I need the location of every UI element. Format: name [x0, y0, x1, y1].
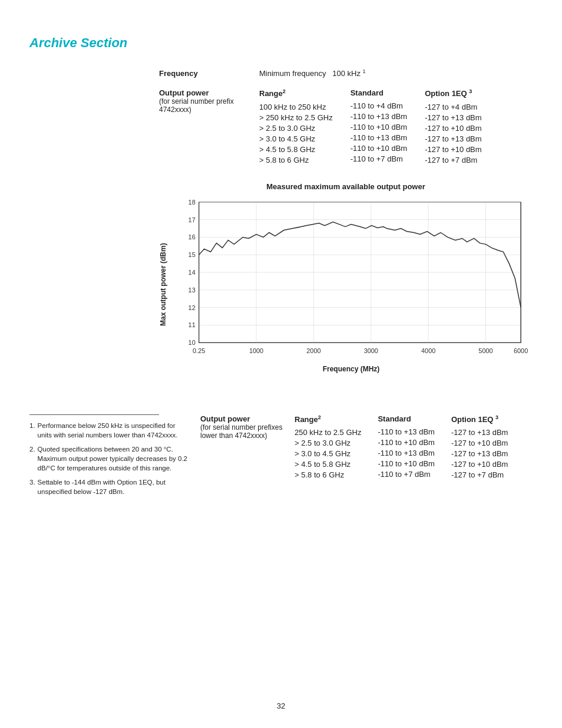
footnote-num-3: 3. [29, 477, 35, 496]
footnotes-area: 1. Performance below 250 kHz is unspecif… [29, 397, 533, 502]
list-item: -110 to +10 dBm [378, 438, 434, 447]
list-item: > 5.8 to 6 GHz [295, 470, 361, 479]
option-header2: Option 1EQ 3 [451, 414, 508, 424]
range-col2: Range2 250 kHz to 2.5 GHz > 2.5 to 3.0 G… [295, 414, 361, 502]
list-item: -110 to +4 dBm [351, 101, 407, 110]
footnote-text-1: Performance below 250 kHz is unspecified… [38, 421, 189, 440]
option-header: Option 1EQ 3 [425, 88, 481, 98]
output-power-label: Output power (for serial number prefix 4… [159, 88, 259, 164]
footnote-divider [29, 414, 159, 415]
list-item: > 4.5 to 5.8 GHz [295, 460, 361, 469]
list-item: 100 kHz to 250 kHz [259, 103, 333, 111]
list-item: -110 to +13 dBm [351, 133, 407, 142]
svg-text:6000: 6000 [514, 347, 528, 354]
range-header2: Range2 [295, 414, 361, 424]
svg-text:16: 16 [189, 233, 196, 241]
svg-text:4000: 4000 [421, 347, 435, 354]
chart-wrapper: Max output power (dBm) [159, 196, 533, 373]
list-item: > 3.0 to 4.5 GHz [295, 449, 361, 458]
list-item: -110 to +13 dBm [378, 427, 434, 436]
standard-col: Standard -110 to +4 dBm -110 to +13 dBm … [351, 88, 407, 164]
footnote-3: 3. Settable to -144 dBm with Option 1EQ,… [29, 477, 189, 496]
frequency-value: Minimum frequency 100 kHz 1 [259, 68, 366, 78]
list-item: -110 to +13 dBm [378, 449, 434, 457]
list-item: -110 to +13 dBm [351, 112, 407, 121]
chart-inner: 18 17 16 15 14 13 12 11 10 0.25 1000 200… [170, 196, 533, 373]
list-item: > 2.5 to 3.0 GHz [259, 124, 333, 133]
svg-text:15: 15 [189, 251, 196, 258]
bottom-table-section: Output power (for serial number prefixes… [200, 397, 533, 502]
page-title: Archive Section [29, 35, 533, 51]
svg-text:1000: 1000 [249, 347, 263, 354]
standard-header: Standard [351, 88, 407, 97]
list-item: 250 kHz to 2.5 GHz [295, 428, 361, 437]
list-item: -127 to +13 dBm [425, 113, 481, 122]
chart-title: Measured maximum available output power [159, 182, 533, 191]
bottom-data-table: Range2 250 kHz to 2.5 GHz > 2.5 to 3.0 G… [295, 397, 508, 502]
footnote-num-1: 1. [29, 421, 35, 440]
frequency-row: Frequency Minimum frequency 100 kHz 1 [159, 68, 533, 78]
y-axis-label: Max output power (dBm) [159, 196, 167, 373]
footnote-1: 1. Performance below 250 kHz is unspecif… [29, 421, 189, 440]
svg-text:0.25: 0.25 [193, 347, 205, 354]
svg-text:11: 11 [189, 321, 196, 328]
option-col2: Option 1EQ 3 -127 to +13 dBm -127 to +10… [451, 414, 508, 502]
list-item: -127 to +10 dBm [451, 460, 508, 469]
page-number: 32 [277, 701, 285, 710]
svg-text:5000: 5000 [478, 347, 492, 354]
list-item: -127 to +10 dBm [425, 145, 481, 154]
list-item: -110 to +10 dBm [378, 459, 434, 468]
page-container: Archive Section Frequency Minimum freque… [0, 0, 562, 728]
data-table1: Range2 100 kHz to 250 kHz > 250 kHz to 2… [259, 88, 482, 164]
list-item: > 250 kHz to 2.5 GHz [259, 113, 333, 122]
list-item: -127 to +7 dBm [451, 470, 508, 479]
list-item: -127 to +13 dBm [451, 428, 508, 437]
list-item: -127 to +4 dBm [425, 103, 481, 111]
content-area: Frequency Minimum frequency 100 kHz 1 Ou… [159, 68, 533, 373]
list-item: -110 to +10 dBm [351, 123, 407, 131]
svg-text:10: 10 [189, 339, 196, 346]
svg-text:2000: 2000 [306, 347, 320, 354]
list-item: > 2.5 to 3.0 GHz [295, 439, 361, 447]
footnote-text-2: Quoted specifications between 20 and 30 … [38, 444, 189, 473]
svg-text:12: 12 [189, 304, 196, 311]
list-item: -127 to +7 dBm [425, 156, 481, 164]
list-item: -127 to +10 dBm [425, 124, 481, 133]
list-item: -110 to +7 dBm [378, 470, 434, 479]
list-item: -110 to +7 dBm [351, 154, 407, 163]
footnote-list: 1. Performance below 250 kHz is unspecif… [29, 397, 189, 502]
svg-text:17: 17 [189, 216, 196, 223]
footnote-2: 2. Quoted specifications between 20 and … [29, 444, 189, 473]
list-item: -127 to +10 dBm [451, 439, 508, 447]
option-col: Option 1EQ 3 -127 to +4 dBm -127 to +13 … [425, 88, 481, 164]
svg-text:3000: 3000 [364, 347, 378, 354]
frequency-label: Frequency [159, 69, 259, 78]
footnote-num-2: 2. [29, 444, 35, 473]
bottom-output-power-label: Output power (for serial number prefixes… [200, 397, 295, 502]
footnote-text-3: Settable to -144 dBm with Option 1EQ, bu… [38, 477, 189, 496]
list-item: -110 to +10 dBm [351, 144, 407, 153]
list-item: -127 to +13 dBm [451, 449, 508, 458]
range-header: Range2 [259, 88, 333, 98]
x-axis-label: Frequency (MHz) [170, 365, 533, 373]
svg-text:14: 14 [189, 269, 196, 276]
output-power-table1: Output power (for serial number prefix 4… [159, 88, 533, 164]
svg-text:13: 13 [189, 286, 196, 294]
standard-header2: Standard [378, 414, 434, 423]
list-item: > 5.8 to 6 GHz [259, 156, 333, 164]
svg-text:18: 18 [189, 198, 196, 205]
list-item: > 3.0 to 4.5 GHz [259, 134, 333, 143]
chart-section: Measured maximum available output power … [159, 182, 533, 373]
chart-svg: 18 17 16 15 14 13 12 11 10 0.25 1000 200… [170, 196, 533, 361]
range-col: Range2 100 kHz to 250 kHz > 250 kHz to 2… [259, 88, 333, 164]
list-item: > 4.5 to 5.8 GHz [259, 145, 333, 154]
standard-col2: Standard -110 to +13 dBm -110 to +10 dBm… [378, 414, 434, 502]
list-item: -127 to +13 dBm [425, 134, 481, 143]
